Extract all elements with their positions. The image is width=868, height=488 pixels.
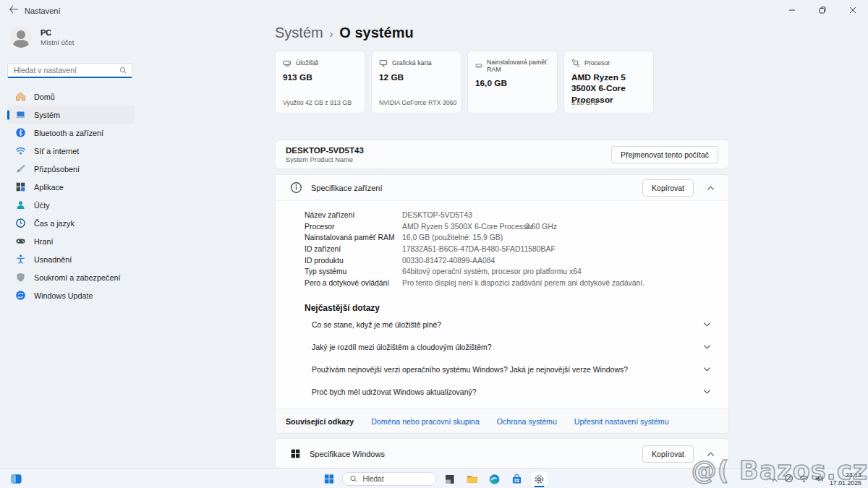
accessibility-icon — [14, 254, 26, 265]
store-icon — [511, 474, 523, 485]
sidebar-item-personalization[interactable]: Přizpůsobení — [7, 160, 135, 178]
ram-value: 16,0 GB — [475, 78, 550, 89]
faq-title: Nejčastější dotazy — [305, 303, 728, 313]
minimize-button[interactable] — [777, 0, 807, 20]
sidebar-item-network-internet[interactable]: Síť a internet — [7, 142, 135, 160]
spec-row: Název zařízeníDESKTOP-5VD5T43 — [305, 210, 728, 221]
device-name: DESKTOP-5VD5T43 — [286, 146, 364, 155]
device-specs-header[interactable]: Specifikace zařízení Kopírovat — [276, 175, 728, 201]
rename-pc-button[interactable]: Přejmenovat tento počítač — [611, 146, 718, 163]
bazos-watermark: @( Bazos.cz — [692, 456, 868, 485]
sidebar-item-time-language[interactable]: Čas a jazyk — [7, 214, 135, 232]
start-button[interactable] — [320, 471, 339, 487]
sidebar-item-accounts[interactable]: Účty — [7, 196, 135, 214]
taskbar-search[interactable]: Hledat — [342, 472, 437, 486]
copy-windows-specs-button[interactable]: Kopírovat — [642, 445, 694, 463]
restore-button[interactable] — [807, 0, 838, 20]
device-product-name: System Product Name — [286, 156, 364, 163]
task-view-button[interactable] — [441, 471, 459, 487]
sidebar-item-windows-update[interactable]: Windows Update — [7, 286, 135, 304]
chevron-down-icon — [703, 389, 711, 395]
windows-specs-header[interactable]: Specifikace Windows Kopírovat — [276, 439, 728, 468]
sidebar-item-apps[interactable]: Aplikace — [7, 178, 135, 196]
device-specs-title: Specifikace zařízení — [311, 184, 634, 192]
storage-card[interactable]: Úložiště 913 GB Využito 42 GB z 913 GB — [275, 51, 365, 114]
home-icon — [14, 91, 26, 103]
gear-icon — [534, 474, 545, 485]
windows-start-icon — [323, 474, 334, 484]
ram-icon — [475, 61, 482, 70]
gpu-card[interactable]: Grafická karta 12 GB NVIDIA GeForce RTX … — [371, 51, 461, 114]
faq-section: Nejčastější dotazy Co se stane, když je … — [276, 288, 728, 403]
update-icon — [14, 290, 26, 301]
search-icon — [350, 475, 358, 483]
shield-icon — [14, 272, 26, 283]
close-button[interactable] — [838, 0, 868, 20]
file-explorer-icon — [466, 473, 478, 485]
back-button[interactable] — [9, 5, 19, 16]
sidebar-item-accessibility[interactable]: Usnadnění — [7, 250, 135, 268]
widgets-icon — [10, 473, 22, 485]
widgets-button[interactable] — [7, 472, 25, 486]
spec-row: Nainstalovaná paměť RAM16,0 GB (použitel… — [305, 232, 728, 244]
spec-row: ID zařízení17832A51-B6C6-47DA-B480-5FAD1… — [305, 244, 728, 255]
cpu-subtitle: 3.60 GHz — [571, 99, 598, 106]
gpu-value: 12 GB — [379, 72, 454, 83]
sidebar-item-bluetooth-devices[interactable]: Bluetooth a zařízení — [7, 124, 135, 142]
edge-button[interactable] — [485, 471, 504, 487]
info-icon — [290, 181, 302, 194]
chevron-up-icon[interactable] — [702, 185, 718, 191]
faq-item[interactable]: Používám nejnovější verzi operačního sys… — [305, 358, 728, 380]
spec-row: Typ systému64bitový operační systém, pro… — [305, 266, 728, 278]
settings-button[interactable] — [530, 471, 549, 487]
sidebar-item-gaming[interactable]: Hraní — [7, 232, 135, 250]
store-button[interactable] — [508, 471, 527, 487]
breadcrumb-parent[interactable]: Systém — [275, 25, 323, 41]
task-view-icon — [444, 474, 456, 485]
sidebar-item-system[interactable]: Systém — [7, 106, 135, 124]
link-advanced-system-settings[interactable]: Upřesnit nastavení systému — [574, 417, 669, 426]
gamepad-icon — [14, 236, 26, 247]
settings-search-input[interactable] — [14, 66, 119, 74]
link-system-protection[interactable]: Ochrana systému — [497, 417, 557, 426]
brush-icon — [14, 163, 26, 175]
sidebar-item-home[interactable]: Domů — [7, 87, 135, 106]
related-links-label: Související odkazy — [286, 417, 354, 426]
page-title: O systému — [339, 25, 413, 41]
apps-icon — [14, 181, 26, 193]
faq-item[interactable]: Co se stane, když je mé úložiště plné? — [305, 313, 728, 335]
sidebar-item-privacy-security[interactable]: Soukromí a zabezpečení — [7, 268, 135, 286]
copy-device-specs-button[interactable]: Kopírovat — [642, 179, 694, 197]
storage-value: 913 GB — [283, 72, 357, 83]
system-icon — [14, 109, 26, 121]
clock-icon — [14, 218, 26, 229]
ram-card[interactable]: Nainstalovaná paměť RAM 16,0 GB — [467, 51, 558, 114]
spec-row: ProcesorAMD Ryzen 5 3500X 6-Core Process… — [305, 221, 728, 233]
edge-icon — [489, 474, 501, 485]
related-links-row: Související odkazy Doména nebo pracovní … — [276, 408, 728, 433]
chevron-down-icon — [703, 322, 711, 328]
bluetooth-icon — [14, 127, 26, 139]
settings-search-box[interactable] — [7, 63, 132, 78]
faq-item[interactable]: Proč bych měl udržovat Windows aktualizo… — [305, 380, 728, 403]
settings-window: Nastavení PC Místní účet Domů Systém — [0, 0, 868, 488]
gpu-icon — [379, 59, 388, 67]
cpu-card[interactable]: Procesor AMD Ryzen 5 3500X 6-Core Proces… — [563, 51, 654, 114]
breadcrumb: Systém › O systému — [275, 25, 414, 41]
cpu-icon — [571, 59, 580, 67]
link-domain-workgroup[interactable]: Doména nebo pracovní skupina — [371, 417, 480, 426]
breadcrumb-separator: › — [330, 27, 333, 40]
person-icon — [14, 200, 26, 211]
chevron-down-icon — [703, 367, 711, 372]
window-controls — [777, 0, 868, 20]
file-explorer-button[interactable] — [463, 471, 482, 487]
windows-specs-section: Specifikace Windows Kopírovat — [275, 438, 729, 468]
wifi-icon — [14, 145, 26, 157]
storage-icon — [283, 59, 292, 67]
windows-logo-icon — [290, 448, 301, 459]
user-account[interactable]: PC Místní účet — [10, 26, 74, 48]
faq-item[interactable]: Jaký je rozdíl mezi úložištěm a cloudový… — [305, 335, 728, 358]
avatar — [10, 26, 32, 48]
chevron-down-icon — [703, 344, 711, 350]
device-specs-section: Specifikace zařízení Kopírovat Název zař… — [275, 174, 729, 434]
